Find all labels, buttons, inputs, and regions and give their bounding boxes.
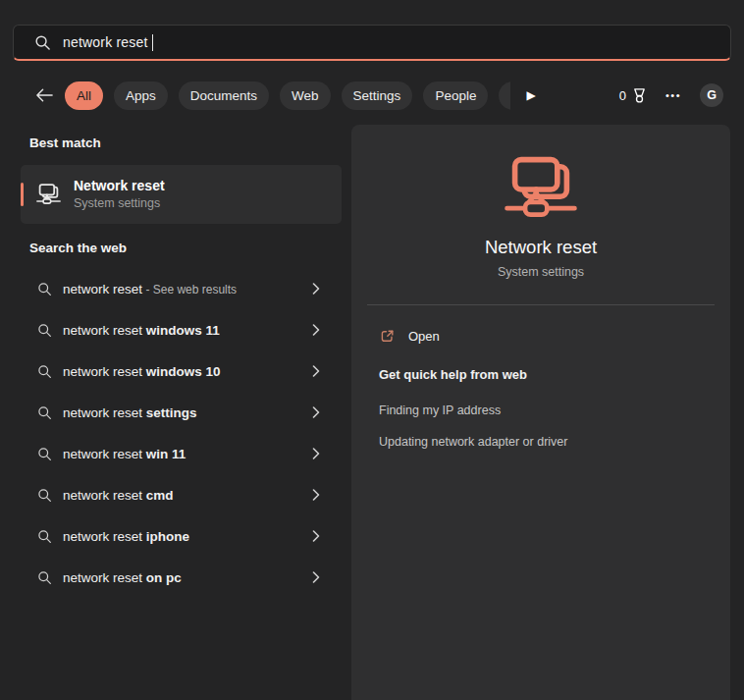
tabs-overflow-icon[interactable]: ▶ [521,81,541,110]
search-suggestion[interactable]: network reset settings [13,392,340,433]
suggestion-text: network reset [63,323,146,338]
search-icon [37,529,52,544]
search-suggestion[interactable]: network reset iphone [13,515,340,557]
suggestion-text: network reset [63,488,146,503]
search-web-heading: Search the web [29,241,127,255]
suggestion-bold: win 11 [146,447,186,461]
chevron-right-icon [312,489,320,501]
help-link-adapter-driver[interactable]: Updating network adapter or driver [379,435,567,449]
suggestion-text: network reset [63,282,142,296]
tab-settings[interactable]: Settings [342,81,413,110]
external-link-icon [379,328,396,345]
chevron-right-icon [312,283,320,295]
search-suggestion[interactable]: network reset windows 11 [13,309,340,350]
tab-apps[interactable]: Apps [114,81,168,110]
tab-documents[interactable]: Documents [179,81,269,110]
network-reset-icon-large [502,154,580,225]
search-icon [37,570,52,585]
search-suggestion[interactable]: network reset on pc [13,557,340,598]
best-match-result[interactable]: Network reset System settings [21,165,342,224]
rewards-count: 0 [619,88,626,103]
suggestion-bold: windows 10 [146,364,221,379]
search-icon [37,364,52,379]
chevron-right-icon [312,530,320,542]
open-label: Open [408,329,440,344]
tab-all[interactable]: All [65,81,103,110]
suggestion-text: network reset [63,364,146,379]
help-link-ip-address[interactable]: Finding my IP address [379,404,501,417]
suggestion-bold: on pc [146,570,182,585]
account-avatar[interactable]: G [700,83,723,107]
best-match-subtitle: System settings [74,195,165,212]
back-button[interactable] [32,81,56,109]
search-query-text: network reset [63,34,148,50]
results-panel: Best match Network reset System settings… [0,125,345,700]
back-arrow-icon [35,87,54,103]
tab-people[interactable]: People [423,81,488,110]
search-suggestion[interactable]: network reset cmd [13,474,340,515]
suggestion-bold: windows 11 [146,323,220,338]
rewards-medal-icon [632,87,647,104]
suggestion-bold: cmd [146,488,174,503]
search-icon [37,323,52,338]
suggestion-text: network reset [63,570,146,585]
chevron-right-icon [312,406,320,418]
network-reset-icon [35,183,62,207]
open-action[interactable]: Open [351,317,730,354]
chevron-right-icon [312,365,320,377]
search-suggestion[interactable]: network reset windows 10 [13,350,340,392]
selection-accent-bar [21,183,24,206]
chevron-right-icon [312,448,320,459]
header-actions: 0 ••• G [619,81,723,110]
preview-title: Network reset [351,237,730,258]
best-match-heading: Best match [29,135,101,150]
suggestion-bold: settings [146,405,197,420]
search-icon [37,405,52,420]
suggestion-text: network reset [63,405,146,420]
search-suggestion[interactable]: network reset win 11 [13,433,340,474]
help-heading: Get quick help from web [379,367,527,382]
web-suggestions-list: network reset - See web results network … [13,268,340,598]
search-icon [37,488,52,503]
tab-web[interactable]: Web [280,81,331,110]
suggestion-text: network reset [63,529,146,544]
search-suggestion[interactable]: network reset - See web results [13,268,340,309]
divider [367,304,715,305]
text-caret [152,34,154,51]
search-flyout: network reset All Apps Documents Web Set… [0,0,744,700]
more-options-icon[interactable]: ••• [665,89,681,101]
search-icon [37,447,52,461]
search-icon [37,282,52,296]
suggestion-note: - See web results [142,283,237,296]
chevron-right-icon [312,324,320,336]
chevron-right-icon [312,571,320,583]
tab-folders[interactable]: Folders [499,81,510,110]
suggestion-bold: iphone [146,529,189,544]
search-input[interactable]: network reset [13,25,731,61]
search-icon [34,34,51,51]
suggestion-text: network reset [63,447,146,461]
best-match-title: Network reset [74,177,165,195]
preview-panel: Network reset System settings Open Get q… [351,125,730,700]
rewards-button[interactable]: 0 [619,87,647,104]
preview-subtitle: System settings [351,265,730,279]
filter-tabs: All Apps Documents Web Settings People F… [65,81,510,110]
